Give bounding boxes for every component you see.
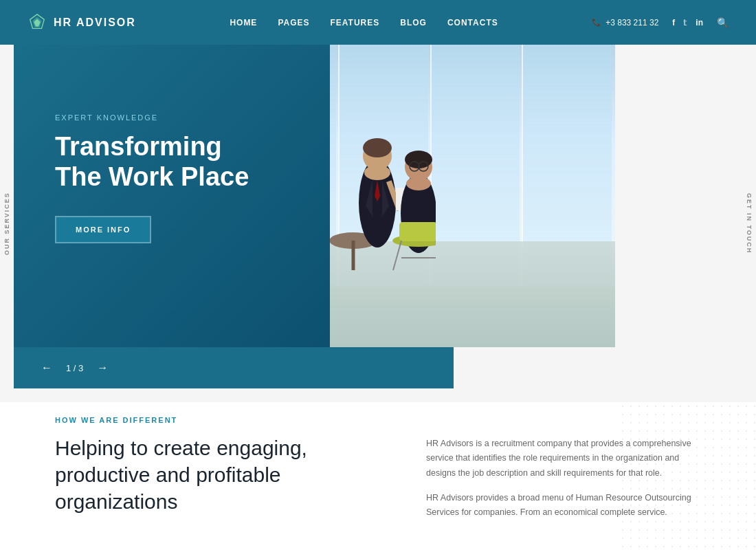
pagination-text: 1 / 3 [66, 363, 83, 373]
hero-content: EXPERT KNOWLEDGE Transforming The Work P… [55, 113, 249, 243]
nav-pages[interactable]: PAGES [278, 18, 309, 28]
content-section: HOW WE ARE DIFFERENT Helping to create e… [14, 416, 742, 530]
sidebar-label-right: GET IN TOUCH [742, 45, 756, 402]
linkedin-icon[interactable]: in [696, 18, 703, 28]
nav-contacts[interactable]: CONTACTS [447, 18, 498, 28]
social-icons: f 𝕥 in [672, 18, 703, 28]
logo-area: HR ADVISOR [27, 13, 136, 32]
pagination-next-arrow[interactable]: → [97, 362, 108, 374]
header-right: 📞 +3 833 211 32 f 𝕥 in 🔍 [592, 17, 729, 28]
pagination-bar: ← 1 / 3 → [14, 347, 454, 388]
logo-text: HR ADVISOR [54, 16, 136, 29]
svg-point-32 [363, 138, 392, 157]
section-title: Helping to create engaging, productive a… [55, 434, 385, 515]
phone-number: 📞 +3 833 211 32 [592, 18, 658, 28]
nav-features[interactable]: FEATURES [331, 18, 380, 28]
hero-title: Transforming The Work Place [55, 132, 249, 192]
svg-line-47 [393, 241, 401, 270]
phone-icon: 📞 [592, 18, 601, 27]
svg-rect-46 [399, 222, 436, 241]
content-left: HOW WE ARE DIFFERENT Helping to create e… [55, 416, 385, 515]
hero-more-info-button[interactable]: MORE INFO [55, 216, 151, 243]
logo-icon [27, 13, 47, 32]
content-para-2: HR Advisors provides a broad menu of Hum… [426, 491, 701, 520]
nav-home[interactable]: HOME [230, 18, 257, 28]
hero-eyebrow: EXPERT KNOWLEDGE [55, 113, 249, 122]
svg-point-31 [364, 165, 390, 180]
svg-point-40 [406, 177, 431, 190]
twitter-icon[interactable]: 𝕥 [683, 18, 687, 28]
main-nav: HOME PAGES FEATURES BLOG CONTACTS [230, 18, 498, 28]
main-wrapper: OUR SERVICES GET IN TOUCH [0, 45, 756, 550]
search-button[interactable]: 🔍 [717, 17, 729, 28]
section-eyebrow: HOW WE ARE DIFFERENT [55, 416, 385, 424]
nav-blog[interactable]: BLOG [400, 18, 427, 28]
sidebar-label-left: OUR SERVICES [0, 45, 14, 402]
hero-section: EXPERT KNOWLEDGE Transforming The Work P… [14, 45, 615, 347]
content-para-1: HR Advisors is a recruitment company tha… [426, 437, 701, 481]
header: HR ADVISOR HOME PAGES FEATURES BLOG CONT… [0, 0, 756, 45]
facebook-icon[interactable]: f [672, 18, 675, 28]
pagination-prev-arrow[interactable]: ← [41, 362, 52, 374]
content-right: HR Advisors is a recruitment company tha… [426, 416, 701, 530]
